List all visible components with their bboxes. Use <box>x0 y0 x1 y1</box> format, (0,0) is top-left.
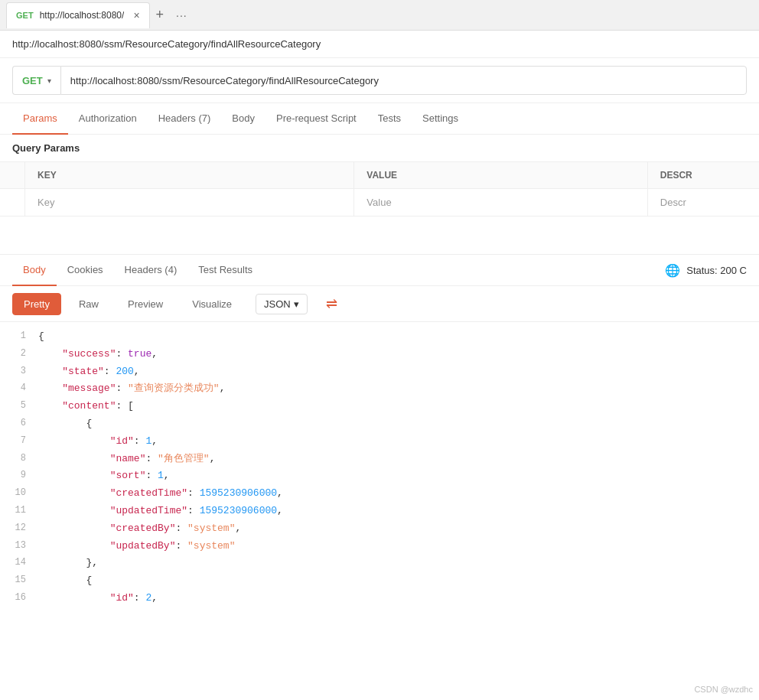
tab-body[interactable]: Body <box>221 103 265 135</box>
chevron-down-icon: ▾ <box>47 77 51 85</box>
format-bar: Pretty Raw Preview Visualize JSON ▾ ⇌ <box>0 286 759 322</box>
request-tabs-row: Params Authorization Headers (7) Body Pr… <box>0 103 759 135</box>
response-tabs-row: Body Cookies Headers (4) Test Results 🌐 … <box>0 255 759 286</box>
json-line: 14 }, <box>0 555 759 572</box>
tab-tests[interactable]: Tests <box>367 103 412 135</box>
tab-menu-button[interactable]: ··· <box>170 6 194 24</box>
format-preview-button[interactable]: Preview <box>116 293 174 315</box>
json-line: 13 "updatedBy": "system" <box>0 538 759 555</box>
json-line: 12 "createdBy": "system", <box>0 520 759 538</box>
close-icon[interactable]: × <box>133 9 139 21</box>
json-line: 9 "sort": 1, <box>0 467 759 485</box>
section-divider <box>0 217 759 255</box>
json-line: 5 "content": [ <box>0 398 759 415</box>
row-checkbox[interactable] <box>0 189 25 217</box>
tab-headers[interactable]: Headers (7) <box>148 103 222 135</box>
tab-prerequest[interactable]: Pre-request Script <box>265 103 367 135</box>
table-row: Key Value Descr <box>0 189 759 217</box>
col-key-header: KEY <box>25 162 354 189</box>
response-status: 🌐 Status: 200 C <box>665 263 747 278</box>
json-format-label: JSON <box>264 298 291 310</box>
json-line: 4 "message": "查询资源分类成功", <box>0 380 759 398</box>
tab-params[interactable]: Params <box>12 103 68 135</box>
col-check-header <box>0 162 25 189</box>
json-format-selector[interactable]: JSON ▾ <box>256 294 308 314</box>
method-label: GET <box>22 75 43 86</box>
query-params-table: KEY VALUE DESCR Key Value Descr <box>0 161 759 217</box>
browser-tab-bar: GET http://localhost:8080/ × + ··· <box>0 0 759 31</box>
response-tab-test-results[interactable]: Test Results <box>187 255 263 286</box>
tab-settings[interactable]: Settings <box>412 103 469 135</box>
tab-authorization[interactable]: Authorization <box>68 103 148 135</box>
json-line: 2 "success": true, <box>0 346 759 363</box>
address-bar: http://localhost:8080/ssm/ResourceCatego… <box>0 31 759 58</box>
method-selector[interactable]: GET ▾ <box>12 66 60 95</box>
json-line: 15 { <box>0 572 759 590</box>
json-line: 1{ <box>0 328 759 346</box>
address-url: http://localhost:8080/ssm/ResourceCatego… <box>12 38 321 50</box>
response-tab-headers[interactable]: Headers (4) <box>114 255 188 286</box>
row-key[interactable]: Key <box>25 189 354 217</box>
row-desc[interactable]: Descr <box>647 189 759 217</box>
format-pretty-button[interactable]: Pretty <box>12 293 61 315</box>
col-desc-header: DESCR <box>647 162 759 189</box>
wrap-lines-button[interactable]: ⇌ <box>320 292 344 315</box>
format-visualize-button[interactable]: Visualize <box>181 293 243 315</box>
json-line: 11 "updatedTime": 1595230906000, <box>0 503 759 520</box>
format-raw-button[interactable]: Raw <box>67 293 110 315</box>
json-line: 7 "id": 1, <box>0 433 759 451</box>
col-value-header: VALUE <box>354 162 647 189</box>
request-bar: GET ▾ <box>0 58 759 103</box>
tab-method: GET <box>16 11 34 20</box>
chevron-down-icon: ▾ <box>294 298 299 310</box>
json-line: 6 { <box>0 415 759 433</box>
row-value[interactable]: Value <box>354 189 647 217</box>
json-viewer: 1{2 "success": true,3 "state": 200,4 "me… <box>0 322 759 614</box>
tab-url: http://localhost:8080/ <box>40 10 125 21</box>
json-line: 3 "state": 200, <box>0 363 759 381</box>
section-query-params: Query Params <box>0 135 759 161</box>
status-text: Status: 200 C <box>686 265 747 276</box>
new-tab-button[interactable]: + <box>150 4 171 26</box>
active-tab[interactable]: GET http://localhost:8080/ × <box>6 2 150 28</box>
json-line: 16 "id": 2, <box>0 590 759 607</box>
json-line: 8 "name": "角色管理", <box>0 451 759 468</box>
response-tab-body[interactable]: Body <box>12 255 57 286</box>
response-tab-cookies[interactable]: Cookies <box>57 255 114 286</box>
globe-icon: 🌐 <box>665 263 680 278</box>
request-url-input[interactable] <box>60 66 747 95</box>
json-line: 10 "createdTime": 1595230906000, <box>0 485 759 503</box>
